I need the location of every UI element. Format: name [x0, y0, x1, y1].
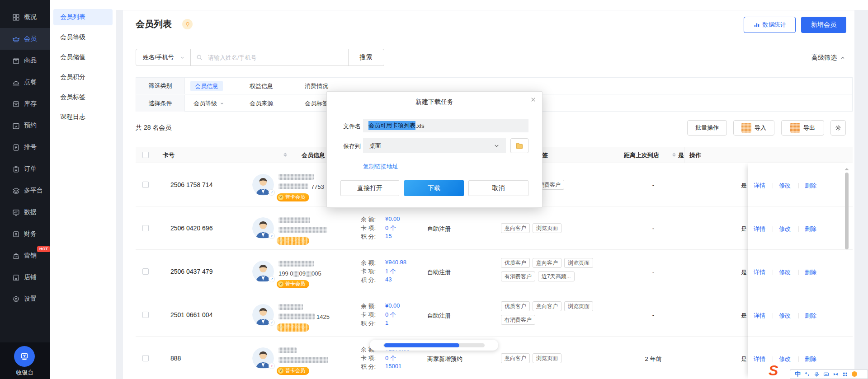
search-input[interactable] [190, 49, 349, 66]
toolbox-icon[interactable] [842, 371, 848, 377]
browse-folder-button[interactable] [510, 138, 528, 153]
delete-link[interactable]: 删除 [805, 355, 816, 363]
sidebar-item-booking[interactable]: 预约 [0, 115, 50, 136]
search-type-select[interactable]: 姓名/手机号 [136, 49, 191, 66]
sidebar-item-finance[interactable]: 财务 [0, 223, 50, 245]
sidebar-item-data[interactable]: 数据 [0, 201, 50, 223]
cancel-button[interactable]: 取消 [468, 180, 528, 196]
sidebar-item-queue[interactable]: 排号 [0, 136, 50, 158]
medal-icon: V [278, 281, 283, 287]
card-number: 2501 0661 004 [170, 311, 212, 318]
submenu-item-member-points[interactable]: 会员积分 [60, 73, 85, 81]
sort-last-visit[interactable] [672, 151, 676, 159]
row-actions: 详情 修改 删除 [748, 293, 853, 337]
submenu-item-member-list[interactable]: 会员列表 [53, 9, 113, 25]
submenu-item-member-level[interactable]: 会员等级 [60, 33, 85, 41]
download-button[interactable]: 下载 [404, 180, 464, 196]
filter-tab-consumption[interactable]: 消费情况 [305, 82, 328, 90]
clipboard-icon [12, 165, 20, 173]
sidebar-item-ordering[interactable]: 点餐 [0, 71, 50, 93]
delete-link[interactable]: 删除 [805, 225, 816, 233]
import-button[interactable]: 导入 [733, 120, 774, 136]
sort-card-no[interactable] [283, 151, 287, 159]
filename-extension: .xls [415, 122, 425, 129]
edit-link[interactable]: 修改 [779, 312, 791, 320]
sidebar-label: 店铺 [24, 273, 37, 281]
advanced-filter-toggle[interactable]: 高级筛选 [811, 54, 845, 62]
scroll-up-arrow[interactable] [844, 166, 849, 170]
save-location-select[interactable]: 桌面 [363, 138, 506, 153]
points-label: 积 分: [361, 276, 376, 284]
keyboard-icon[interactable] [823, 371, 829, 377]
filter-tab-rights-info[interactable]: 权益信息 [250, 82, 273, 90]
button-label: 导出 [803, 124, 815, 132]
filter-member-level-dropdown[interactable]: 会员等级 [193, 99, 224, 108]
horizontal-scrollbar-thumb[interactable] [384, 343, 459, 347]
column-settings-button[interactable] [830, 120, 846, 136]
submenu-item-member-stored-value[interactable]: 会员储值 [60, 53, 85, 61]
sidebar-label: 数据 [24, 208, 37, 216]
row-checkbox[interactable] [142, 312, 149, 318]
edit-link[interactable]: 修改 [779, 225, 791, 233]
horizontal-scrollbar [370, 340, 498, 351]
filter-member-tag-dropdown[interactable]: 会员标签 [305, 99, 328, 108]
sidebar-item-settings[interactable]: 设置 [0, 288, 50, 310]
ime-mode-chinese[interactable]: 中 [795, 370, 801, 378]
search-button[interactable]: 搜索 [348, 49, 384, 66]
sidebar-item-members[interactable]: 会员 [0, 28, 50, 50]
row-checkbox[interactable] [142, 355, 149, 361]
edit-link[interactable]: 修改 [779, 355, 791, 363]
member-tag: 有消费客户 [501, 315, 535, 325]
tip-bulb-button[interactable] [182, 19, 193, 29]
batch-operation-button[interactable]: 批量操作 [687, 120, 727, 136]
calendar-check-icon [12, 122, 20, 130]
delete-link[interactable]: 删除 [805, 312, 816, 320]
select-all-checkbox[interactable] [142, 152, 149, 158]
filter-category-label: 筛选类别 [136, 78, 185, 94]
copy-link-button[interactable]: 复制链接地址 [363, 163, 398, 171]
last-visit-value: - [624, 268, 683, 275]
emoji-icon[interactable] [852, 371, 857, 377]
member-tag: 浏览页面 [533, 223, 561, 233]
sidebar-item-overview[interactable]: 概况 [0, 6, 50, 28]
member-level-badge: V 普卡会员 [277, 323, 309, 332]
ime-brand-logo[interactable]: S [769, 363, 778, 378]
open-directly-button[interactable]: 直接打开 [340, 180, 399, 196]
detail-link[interactable]: 详情 [754, 182, 765, 190]
mic-icon[interactable] [814, 371, 820, 377]
edit-link[interactable]: 修改 [779, 268, 791, 276]
punctuation-icon[interactable] [804, 371, 810, 377]
submenu-item-course-log[interactable]: 课程日志 [60, 112, 85, 121]
detail-link[interactable]: 详情 [754, 225, 765, 233]
row-actions: 详情 修改 删除 [748, 250, 853, 293]
cashier-button[interactable] [14, 346, 35, 367]
sidebar-item-shop[interactable]: 店铺 [0, 267, 50, 288]
submenu-item-member-tags[interactable]: 会员标签 [60, 93, 85, 101]
sidebar-item-goods[interactable]: 商品 [0, 50, 50, 71]
close-button[interactable] [530, 97, 536, 104]
export-button[interactable]: 导出 [781, 120, 824, 136]
row-checkbox[interactable] [142, 182, 149, 188]
sidebar-item-inventory[interactable]: 库存 [0, 93, 50, 115]
filter-member-source-dropdown[interactable]: 会员来源 [250, 99, 273, 108]
sidebar-item-orders[interactable]: 订单 [0, 158, 50, 180]
submenu-label: 会员列表 [60, 13, 85, 21]
add-member-button[interactable]: 新增会员 [801, 17, 846, 33]
detail-link[interactable]: 详情 [754, 312, 765, 320]
detail-link[interactable]: 详情 [754, 268, 765, 276]
row-checkbox[interactable] [142, 225, 149, 231]
ime-toolbar: 中 [790, 369, 868, 379]
filename-input[interactable]: 会员可用卡项列表.xls [363, 119, 528, 132]
detail-link[interactable]: 详情 [754, 355, 765, 363]
row-checkbox[interactable] [142, 268, 149, 275]
delete-link[interactable]: 删除 [805, 268, 816, 276]
edit-link[interactable]: 修改 [779, 182, 791, 190]
sidebar-item-multiplatform[interactable]: 多平台 [0, 180, 50, 201]
data-statistics-button[interactable]: 数据统计 [744, 17, 796, 33]
vertical-scrollbar-thumb[interactable] [845, 173, 849, 249]
delete-link[interactable]: 删除 [805, 182, 816, 190]
filter-tab-member-info[interactable]: 会员信息 [190, 81, 223, 91]
button-label: 数据统计 [763, 21, 786, 29]
skin-icon[interactable] [833, 371, 839, 377]
chevron-down-icon [494, 143, 500, 149]
